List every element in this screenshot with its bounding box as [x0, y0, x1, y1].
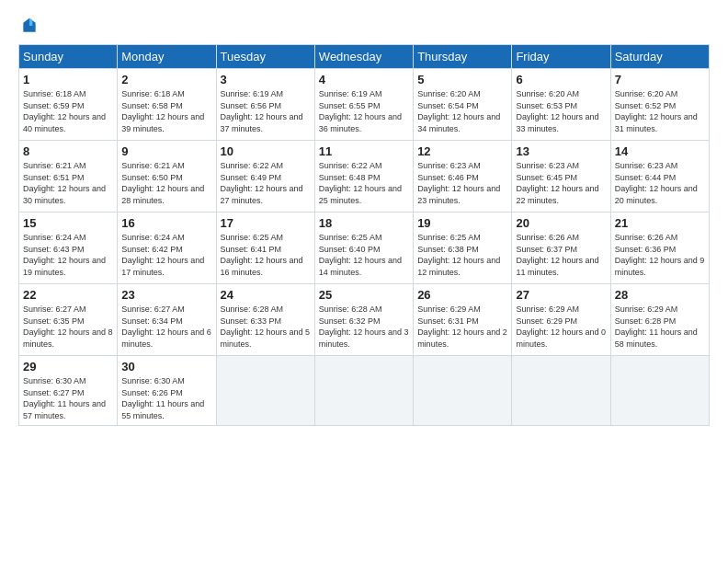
day-info: Sunrise: 6:25 AM Sunset: 6:38 PM Dayligh…	[417, 232, 507, 278]
day-number: 13	[516, 144, 606, 158]
daylight-label: Daylight: 12 hours and 6 minutes.	[121, 327, 211, 349]
sunrise-label: Sunrise: 6:21 AM	[121, 161, 185, 170]
calendar-cell: 24 Sunrise: 6:28 AM Sunset: 6:33 PM Dayl…	[216, 284, 314, 356]
daylight-label: Daylight: 12 hours and 31 minutes.	[615, 112, 698, 133]
day-number: 28	[615, 288, 705, 302]
sunrise-label: Sunrise: 6:22 AM	[221, 161, 284, 170]
sunrise-label: Sunrise: 6:24 AM	[121, 233, 185, 242]
calendar-cell: 19 Sunrise: 6:25 AM Sunset: 6:38 PM Dayl…	[414, 213, 512, 284]
sunset-label: Sunset: 6:54 PM	[417, 101, 479, 110]
calendar-cell: 27 Sunrise: 6:29 AM Sunset: 6:29 PM Dayl…	[512, 284, 610, 356]
sunset-label: Sunset: 6:38 PM	[417, 245, 479, 254]
day-info: Sunrise: 6:19 AM Sunset: 6:55 PM Dayligh…	[319, 88, 409, 134]
sunset-label: Sunset: 6:55 PM	[319, 101, 381, 110]
day-info: Sunrise: 6:25 AM Sunset: 6:40 PM Dayligh…	[319, 232, 409, 278]
calendar-cell: 1 Sunrise: 6:18 AM Sunset: 6:59 PM Dayli…	[19, 69, 118, 141]
daylight-label: Daylight: 12 hours and 9 minutes.	[615, 256, 705, 277]
weekday-header-saturday: Saturday	[610, 45, 709, 69]
day-number: 4	[319, 73, 409, 86]
day-number: 8	[23, 144, 113, 158]
daylight-label: Daylight: 12 hours and 20 minutes.	[615, 184, 698, 205]
daylight-label: Daylight: 12 hours and 34 minutes.	[417, 112, 500, 133]
day-number: 7	[615, 73, 705, 86]
day-info: Sunrise: 6:21 AM Sunset: 6:51 PM Dayligh…	[23, 160, 113, 206]
sunset-label: Sunset: 6:36 PM	[615, 245, 677, 254]
calendar-cell: 30 Sunrise: 6:30 AM Sunset: 6:26 PM Dayl…	[118, 356, 216, 426]
daylight-label: Daylight: 12 hours and 39 minutes.	[121, 112, 204, 133]
day-info: Sunrise: 6:21 AM Sunset: 6:50 PM Dayligh…	[121, 160, 211, 206]
weekday-header-friday: Friday	[512, 45, 610, 69]
day-number: 23	[121, 288, 211, 302]
day-number: 15	[23, 216, 113, 230]
day-info: Sunrise: 6:30 AM Sunset: 6:27 PM Dayligh…	[23, 375, 113, 421]
daylight-label: Daylight: 12 hours and 33 minutes.	[516, 112, 598, 133]
sunset-label: Sunset: 6:42 PM	[121, 245, 183, 254]
sunset-label: Sunset: 6:46 PM	[417, 173, 479, 182]
sunrise-label: Sunrise: 6:22 AM	[319, 161, 382, 170]
day-info: Sunrise: 6:30 AM Sunset: 6:26 PM Dayligh…	[121, 375, 211, 421]
calendar-cell: 2 Sunrise: 6:18 AM Sunset: 6:58 PM Dayli…	[118, 69, 216, 141]
sunset-label: Sunset: 6:43 PM	[23, 245, 85, 254]
sunrise-label: Sunrise: 6:26 AM	[615, 233, 678, 242]
daylight-label: Daylight: 12 hours and 11 minutes.	[516, 256, 598, 277]
sunset-label: Sunset: 6:28 PM	[615, 316, 677, 326]
calendar-cell: 4 Sunrise: 6:19 AM Sunset: 6:55 PM Dayli…	[314, 69, 413, 141]
day-info: Sunrise: 6:23 AM Sunset: 6:45 PM Dayligh…	[516, 160, 606, 206]
calendar-cell: 14 Sunrise: 6:23 AM Sunset: 6:44 PM Dayl…	[610, 141, 709, 213]
sunset-label: Sunset: 6:26 PM	[121, 388, 183, 397]
day-info: Sunrise: 6:29 AM Sunset: 6:29 PM Dayligh…	[516, 304, 606, 350]
sunset-label: Sunset: 6:48 PM	[319, 173, 381, 182]
sunset-label: Sunset: 6:51 PM	[23, 173, 85, 182]
day-number: 5	[417, 73, 507, 86]
day-info: Sunrise: 6:24 AM Sunset: 6:42 PM Dayligh…	[121, 232, 211, 278]
logo-text	[18, 17, 39, 35]
daylight-label: Daylight: 12 hours and 40 minutes.	[23, 112, 106, 133]
daylight-label: Daylight: 12 hours and 16 minutes.	[221, 256, 303, 277]
sunset-label: Sunset: 6:52 PM	[615, 101, 677, 110]
day-info: Sunrise: 6:29 AM Sunset: 6:31 PM Dayligh…	[417, 304, 507, 350]
day-number: 14	[615, 144, 705, 158]
calendar-cell: 11 Sunrise: 6:22 AM Sunset: 6:48 PM Dayl…	[314, 141, 413, 213]
sunrise-label: Sunrise: 6:29 AM	[615, 304, 678, 314]
sunrise-label: Sunrise: 6:29 AM	[516, 304, 579, 314]
day-number: 3	[221, 73, 311, 86]
daylight-label: Daylight: 12 hours and 17 minutes.	[121, 256, 204, 277]
day-info: Sunrise: 6:23 AM Sunset: 6:46 PM Dayligh…	[417, 160, 507, 206]
sunset-label: Sunset: 6:58 PM	[121, 101, 183, 110]
daylight-label: Daylight: 12 hours and 37 minutes.	[221, 112, 303, 133]
sunrise-label: Sunrise: 6:23 AM	[417, 161, 481, 170]
day-number: 16	[121, 216, 211, 230]
daylight-label: Daylight: 12 hours and 30 minutes.	[23, 184, 106, 205]
calendar-cell: 20 Sunrise: 6:26 AM Sunset: 6:37 PM Dayl…	[512, 213, 610, 284]
calendar-cell: 5 Sunrise: 6:20 AM Sunset: 6:54 PM Dayli…	[414, 69, 512, 141]
week-row-3: 15 Sunrise: 6:24 AM Sunset: 6:43 PM Dayl…	[19, 213, 710, 284]
calendar-cell: 16 Sunrise: 6:24 AM Sunset: 6:42 PM Dayl…	[118, 213, 216, 284]
day-number: 10	[221, 144, 311, 158]
sunrise-label: Sunrise: 6:25 AM	[417, 233, 481, 242]
sunrise-label: Sunrise: 6:20 AM	[417, 89, 481, 98]
sunset-label: Sunset: 6:33 PM	[221, 316, 282, 326]
sunrise-label: Sunrise: 6:19 AM	[319, 89, 382, 98]
calendar-cell: 10 Sunrise: 6:22 AM Sunset: 6:49 PM Dayl…	[216, 141, 314, 213]
daylight-label: Daylight: 12 hours and 3 minutes.	[319, 327, 409, 349]
calendar-cell: 28 Sunrise: 6:29 AM Sunset: 6:28 PM Dayl…	[610, 284, 709, 356]
logo-icon	[20, 17, 39, 35]
sunrise-label: Sunrise: 6:28 AM	[319, 304, 382, 314]
calendar-cell	[610, 356, 709, 426]
calendar-cell: 23 Sunrise: 6:27 AM Sunset: 6:34 PM Dayl…	[118, 284, 216, 356]
weekday-header-wednesday: Wednesday	[314, 45, 413, 69]
sunrise-label: Sunrise: 6:30 AM	[23, 376, 86, 385]
sunset-label: Sunset: 6:40 PM	[319, 245, 381, 254]
week-row-4: 22 Sunrise: 6:27 AM Sunset: 6:35 PM Dayl…	[19, 284, 710, 356]
sunset-label: Sunset: 6:35 PM	[23, 316, 85, 326]
daylight-label: Daylight: 12 hours and 14 minutes.	[319, 256, 402, 277]
logo	[18, 17, 39, 35]
daylight-label: Daylight: 12 hours and 25 minutes.	[319, 184, 402, 205]
sunrise-label: Sunrise: 6:23 AM	[516, 161, 579, 170]
sunrise-label: Sunrise: 6:20 AM	[516, 89, 579, 98]
day-number: 25	[319, 288, 409, 302]
calendar-cell: 15 Sunrise: 6:24 AM Sunset: 6:43 PM Dayl…	[19, 213, 118, 284]
sunset-label: Sunset: 6:29 PM	[516, 316, 577, 326]
sunrise-label: Sunrise: 6:20 AM	[615, 89, 678, 98]
daylight-label: Daylight: 12 hours and 8 minutes.	[23, 327, 113, 349]
